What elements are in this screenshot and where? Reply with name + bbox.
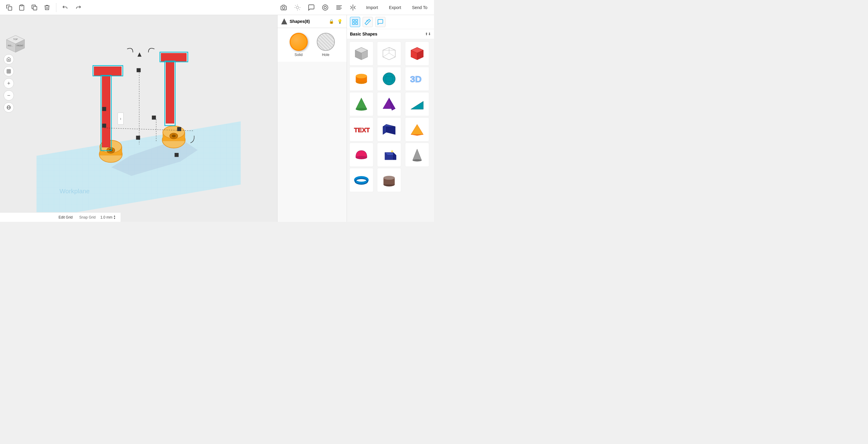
svg-point-41 [172,135,176,138]
snap-grid-value-container: 1.0 mm ▲ ▼ [100,215,116,220]
svg-line-72 [383,53,390,57]
import-button[interactable]: Import [363,4,381,11]
shape-item-teal-wedge[interactable] [405,92,429,116]
svg-point-5 [296,6,299,9]
home-view-button[interactable] [4,54,14,64]
main-toolbar: Import Export Send To [0,0,434,15]
shapes-grid: 3D TEXT [347,39,434,195]
select-arrow-icon: ⬆⬇ [425,32,431,36]
shape-item-magenta-dome[interactable] [349,143,373,167]
notes-icon-button[interactable] [306,2,317,13]
hole-circle[interactable] [317,33,335,51]
svg-point-103 [412,159,422,161]
canvas-area[interactable]: TOP FRONT RIG... + − [0,15,277,222]
zoom-in-button[interactable]: + [4,78,14,89]
lock-icon[interactable]: 🔒 [328,18,335,25]
svg-marker-85 [355,98,367,109]
shape-item-green-cone[interactable] [349,92,373,116]
shape-item-brown-cylinder[interactable] [377,168,401,192]
fit-view-button[interactable] [4,66,14,76]
snap-down-arrow[interactable]: ▼ [113,217,116,220]
redo-button[interactable] [73,2,84,13]
paste-button[interactable] [16,2,27,13]
svg-text:Workplane: Workplane [60,187,90,195]
shape-item-3d-wavy[interactable]: 3D [405,67,429,91]
shape-item-blue-box[interactable] [377,117,401,141]
snap-grid-label: Snap Grid [79,215,96,219]
snap-grid-stepper[interactable]: ▲ ▼ [113,215,116,220]
svg-rect-3 [33,6,37,10]
edit-grid-button[interactable]: Edit Grid [57,215,74,220]
properties-title: Shapes(8) [290,19,326,24]
shape-item-torus[interactable] [349,168,373,192]
svg-rect-52 [152,115,156,119]
align-icon-button[interactable] [334,2,344,13]
perspective-button[interactable] [4,102,14,112]
delete-button[interactable] [41,2,53,13]
svg-line-8 [295,5,296,6]
svg-marker-57 [137,53,141,57]
shape-item-gray-cone[interactable] [405,143,429,167]
shape-item-purple-pyramid[interactable] [377,92,401,116]
solid-type[interactable]: Solid [290,33,308,57]
properties-header: Shapes(8) 🔒 💡 [278,15,347,28]
toolbar-divider-1 [56,3,56,12]
minus-icon: − [7,93,10,99]
properties-panel: Shapes(8) 🔒 💡 Solid Hole [277,15,347,222]
shape-item-yellow-pyramid[interactable] [405,117,429,141]
svg-point-97 [355,156,367,159]
shapes-panel: Basic Shapes Geometric ⬆⬇ [347,15,434,222]
copy-button[interactable] [4,2,14,13]
light-icon-button[interactable] [292,2,303,13]
svg-text:3D: 3D [410,74,421,84]
svg-rect-62 [355,20,358,21]
svg-marker-96 [411,135,423,136]
duplicate-button[interactable] [29,2,40,13]
ruler-icon-button[interactable] [320,2,331,13]
shape-item-cylinder[interactable] [349,67,373,91]
shapes-tab-message[interactable] [375,17,385,27]
export-button[interactable]: Export [386,4,404,11]
send-to-button[interactable]: Send To [409,4,430,11]
svg-point-104 [355,177,367,183]
shape-item-blue-prism[interactable]: ★ [377,143,401,167]
svg-rect-43 [94,67,121,76]
solid-circle[interactable] [290,33,308,51]
svg-text:★: ★ [390,149,394,153]
properties-collapse-button[interactable] [281,19,287,24]
solid-hole-area: Solid Hole [278,28,347,62]
svg-rect-61 [352,20,354,21]
panel-collapse-arrow[interactable]: › [118,112,124,125]
svg-rect-63 [352,23,354,24]
mirror-icon-button[interactable] [347,2,358,13]
shape-item-gray-box[interactable] [349,41,373,66]
svg-point-13 [324,6,327,9]
shapes-category-select[interactable]: Basic Shapes Geometric [350,32,425,36]
camera-icon-button[interactable] [278,2,289,13]
shape-item-red-text[interactable]: TEXT [349,117,373,141]
undo-button[interactable] [60,2,71,13]
scene-svg[interactable]: Workplane [0,15,277,222]
plus-icon: + [7,80,10,87]
svg-rect-47 [161,53,186,61]
shape-item-red-box[interactable] [405,41,429,66]
view-icons [278,2,358,13]
shape-item-wire-box[interactable] [377,41,401,66]
hole-type[interactable]: Hole [317,33,335,57]
shape-item-sphere[interactable] [377,67,401,91]
svg-rect-1 [21,4,23,6]
svg-rect-54 [102,124,106,128]
visibility-icon[interactable]: 💡 [336,18,343,25]
shapes-tab-grid[interactable] [350,17,360,27]
svg-point-12 [322,5,328,10]
main-area: TOP FRONT RIG... + − [0,15,434,222]
shapes-category-row: Basic Shapes Geometric ⬆⬇ [347,29,434,39]
properties-icons: 🔒 💡 [328,18,343,25]
zoom-out-button[interactable]: − [4,90,14,101]
svg-marker-102 [412,149,422,160]
shapes-tab-ruler[interactable] [363,17,373,27]
toolbar-right-section: Import Export Send To [278,2,430,13]
svg-line-9 [299,9,300,10]
hole-label: Hole [322,53,330,57]
svg-marker-95 [411,124,423,135]
